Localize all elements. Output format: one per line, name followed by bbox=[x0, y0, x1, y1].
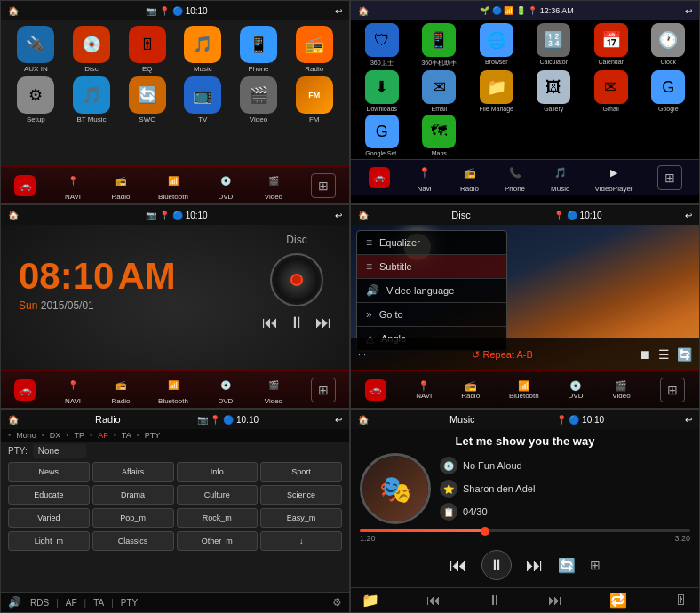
nav-item-video[interactable]: 🎬 Video bbox=[263, 170, 284, 201]
bottom-rds[interactable]: RDS bbox=[30, 598, 49, 608]
bottom-pty[interactable]: PTY bbox=[121, 598, 138, 608]
app-eq[interactable]: 🎚 EQ bbox=[121, 26, 173, 73]
nav2-item-music[interactable]: 🎵 Music bbox=[550, 162, 571, 193]
app-video[interactable]: 🎬 Video bbox=[233, 76, 285, 123]
app-browser[interactable]: 🌐 Browser bbox=[469, 23, 524, 68]
nav2-item-navi[interactable]: 📍 Navi bbox=[414, 162, 435, 193]
nav-item-car[interactable]: 🚗 bbox=[14, 175, 36, 196]
genre-educate[interactable]: Educate bbox=[8, 485, 90, 505]
genre-drama[interactable]: Drama bbox=[92, 485, 174, 505]
genre-science[interactable]: Science bbox=[260, 485, 342, 505]
genre-easy-m[interactable]: Easy_m bbox=[260, 508, 342, 528]
nav-item-radio[interactable]: 📻 Radio bbox=[110, 170, 131, 201]
settings-icon[interactable]: ⚙ bbox=[332, 596, 342, 609]
dvd-menu-dots[interactable]: ··· bbox=[358, 349, 366, 360]
music-prev-button[interactable]: ⏮ bbox=[449, 555, 467, 576]
music-ff-button[interactable]: ⏭ bbox=[548, 593, 562, 609]
app-calculator[interactable]: 🔢 Calculator bbox=[527, 23, 582, 68]
app-gmail[interactable]: ✉ Gmail bbox=[584, 70, 639, 112]
app-calendar[interactable]: 📅 Calendar bbox=[584, 23, 639, 68]
next-button[interactable]: ⏭ bbox=[315, 314, 331, 332]
genre-more[interactable]: ↓ bbox=[260, 531, 342, 551]
app-swc[interactable]: 🔄 SWC bbox=[121, 76, 173, 123]
app-email[interactable]: ✉ Email bbox=[412, 70, 467, 112]
app-360-assistant[interactable]: 📱 360手机助手 bbox=[412, 23, 467, 68]
app-music[interactable]: 🎵 Music bbox=[177, 26, 229, 73]
app-radio[interactable]: 📻 Radio bbox=[288, 26, 340, 73]
genre-classics[interactable]: Classics bbox=[92, 531, 174, 551]
music-repeat-button[interactable]: 🔄 bbox=[558, 557, 576, 574]
nav-item-navi[interactable]: 📍 NAVI bbox=[62, 170, 84, 201]
music-play-button[interactable]: ⏸ bbox=[481, 550, 512, 580]
genre-news[interactable]: News bbox=[8, 462, 90, 482]
dvd-stop-button[interactable]: ⏹ bbox=[639, 347, 651, 362]
back-icon-4[interactable]: ↩ bbox=[685, 211, 692, 220]
music-eq-icon[interactable]: 🎚 bbox=[674, 593, 688, 609]
nav3-bluetooth[interactable]: 📶 Bluetooth bbox=[158, 374, 188, 405]
option-pty[interactable]: PTY bbox=[145, 431, 161, 440]
nav3-radio[interactable]: 📻 Radio bbox=[110, 374, 131, 405]
music-next-button[interactable]: ⏭ bbox=[526, 555, 544, 576]
app-fm[interactable]: FM FM bbox=[288, 76, 340, 123]
genre-varied[interactable]: Varied bbox=[8, 508, 90, 528]
option-dx[interactable]: DX bbox=[50, 431, 61, 440]
music-shuffle-button[interactable]: ⊞ bbox=[590, 558, 601, 572]
back-icon-6[interactable]: ↩ bbox=[685, 415, 692, 425]
nav3-video[interactable]: 🎬 Video bbox=[263, 374, 284, 405]
dvd-repeat-ab[interactable]: ↺ Repeat A-B bbox=[472, 349, 532, 361]
grid-view-button[interactable]: ⊞ bbox=[311, 173, 336, 198]
app-setup[interactable]: ⚙ Setup bbox=[10, 76, 62, 123]
genre-culture[interactable]: Culture bbox=[177, 485, 259, 505]
app-google[interactable]: G Google bbox=[641, 70, 696, 112]
app-downloads[interactable]: ⬇ Downloads bbox=[354, 70, 410, 112]
nav4-bluetooth[interactable]: 📶 Bluetooth bbox=[509, 380, 539, 400]
nav4-radio[interactable]: 📻 Radio bbox=[461, 380, 480, 400]
genre-sport[interactable]: Sport bbox=[260, 462, 342, 482]
option-mono[interactable]: Mono bbox=[16, 431, 36, 440]
dvd-list-button[interactable]: ☰ bbox=[658, 347, 670, 362]
music-rewind-button[interactable]: ⏮ bbox=[426, 593, 441, 609]
nav-item-dvd[interactable]: 💿 DVD bbox=[215, 170, 236, 201]
prev-button[interactable]: ⏮ bbox=[262, 314, 278, 332]
option-af[interactable]: AF bbox=[98, 431, 108, 440]
menu-subtitle[interactable]: ≡ Subtitle bbox=[357, 255, 506, 279]
app-file-manager[interactable]: 📁 File Manage bbox=[469, 70, 524, 112]
app-clock[interactable]: 🕐 Clock bbox=[641, 23, 696, 68]
genre-pop-m[interactable]: Pop_m bbox=[92, 508, 174, 528]
genre-light-m[interactable]: Light_m bbox=[8, 531, 90, 551]
app-phone[interactable]: 📱 Phone bbox=[233, 26, 285, 73]
back-icon[interactable]: ↩ bbox=[335, 6, 342, 16]
nav3-dvd[interactable]: 💿 DVD bbox=[215, 374, 236, 405]
nav3-navi[interactable]: 📍 NAVI bbox=[62, 374, 84, 405]
nav4-navi[interactable]: 📍 NAVI bbox=[416, 380, 432, 400]
app-gallery[interactable]: 🖼 Gallery bbox=[527, 70, 582, 112]
nav2-item-video[interactable]: ▶ VideoPlayer bbox=[595, 162, 633, 193]
music-pause-bottom[interactable]: ⏸ bbox=[488, 593, 502, 609]
nav2-item-phone[interactable]: 📞 Phone bbox=[505, 162, 526, 193]
nav3-car[interactable]: 🚗 bbox=[14, 379, 36, 401]
nav2-item-car[interactable]: 🚗 bbox=[369, 167, 390, 188]
music-folder-icon[interactable]: 📁 bbox=[362, 592, 379, 609]
app-aux-in[interactable]: 🔌 AUX IN bbox=[10, 26, 62, 73]
genre-affairs[interactable]: Affairs bbox=[92, 462, 174, 482]
menu-goto[interactable]: » Go to bbox=[357, 303, 506, 327]
menu-equalizer[interactable]: ≡ Equalizer bbox=[357, 231, 506, 255]
dvd-repeat-button[interactable]: 🔄 bbox=[677, 347, 692, 362]
back-icon-3[interactable]: ↩ bbox=[335, 211, 342, 220]
nav4-car[interactable]: 🚗 bbox=[365, 379, 386, 401]
back-icon-2[interactable]: ↩ bbox=[685, 6, 692, 16]
back-icon-5[interactable]: ↩ bbox=[335, 415, 342, 425]
app-maps[interactable]: 🗺 Maps bbox=[412, 115, 467, 156]
app-google-settings[interactable]: G Google Set. bbox=[354, 115, 410, 156]
bottom-ta[interactable]: TA bbox=[93, 598, 104, 608]
nav4-dvd[interactable]: 💿 DVD bbox=[569, 380, 584, 400]
progress-track[interactable] bbox=[360, 529, 690, 532]
app-360-guard[interactable]: 🛡 360卫士 bbox=[354, 23, 410, 68]
app-disc[interactable]: 💿 Disc bbox=[66, 26, 118, 73]
nav4-video[interactable]: 🎬 Video bbox=[612, 380, 630, 400]
nav2-item-radio[interactable]: 📻 Radio bbox=[459, 162, 481, 193]
menu-video-language[interactable]: 🔊 Video language bbox=[357, 279, 506, 303]
genre-other-m[interactable]: Other_m bbox=[177, 531, 259, 551]
app-btmusic[interactable]: 🎵 BT Music bbox=[66, 76, 118, 123]
music-loop-button[interactable]: 🔁 bbox=[609, 592, 627, 609]
